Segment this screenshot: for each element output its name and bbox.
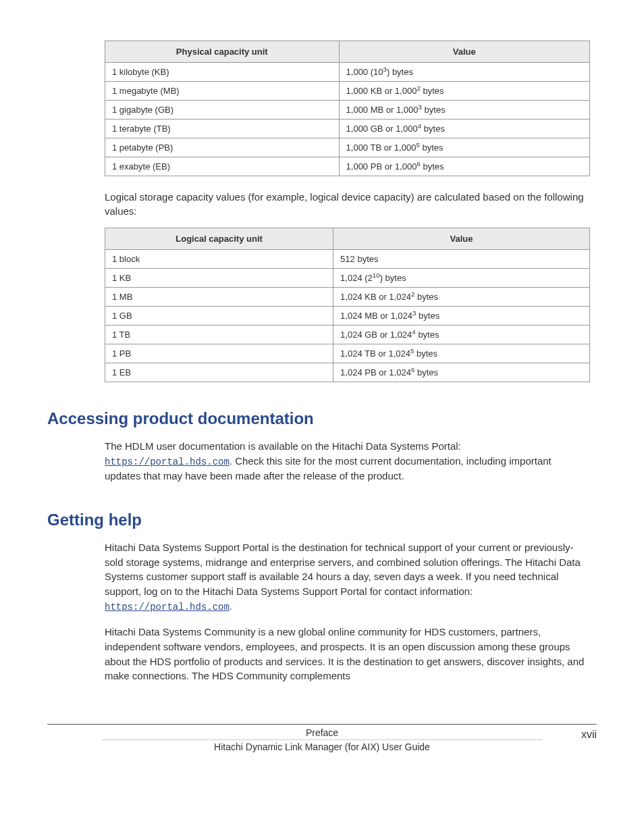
body-paragraph: Hitachi Data Systems Community is a new … <box>105 625 590 683</box>
section-heading-documentation: Accessing product documentation <box>47 409 597 428</box>
value-cell: 1,000 MB or 1,0003 bytes <box>339 101 589 120</box>
unit-cell: 1 PB <box>105 344 333 363</box>
value-cell: 1,000 KB or 1,0002 bytes <box>339 82 589 101</box>
unit-cell: 1 TB <box>105 325 333 344</box>
table-row: 1 gigabyte (GB)1,000 MB or 1,0003 bytes <box>105 101 590 120</box>
table-row: 1 PB1,024 TB or 1,0245 bytes <box>105 344 590 363</box>
value-cell: 512 bytes <box>333 250 590 269</box>
value-cell: 1,024 PB or 1,0246 bytes <box>333 363 590 382</box>
value-cell: 1,024 TB or 1,0245 bytes <box>333 344 590 363</box>
table-row: 1 MB1,024 KB or 1,0242 bytes <box>105 288 590 307</box>
physical-capacity-table: Physical capacity unit Value 1 kilobyte … <box>105 41 590 176</box>
unit-cell: 1 block <box>105 250 333 269</box>
value-cell: 1,024 KB or 1,0242 bytes <box>333 288 590 307</box>
value-cell: 1,000 GB or 1,0004 bytes <box>339 120 589 138</box>
table-row: 1 KB1,024 (210) bytes <box>105 269 590 288</box>
text-run: . <box>230 600 232 612</box>
value-cell: 1,000 (103) bytes <box>339 63 589 82</box>
unit-cell: 1 MB <box>105 288 333 307</box>
table-row: 1 exabyte (EB)1,000 PB or 1,0006 bytes <box>105 157 590 176</box>
value-cell: 1,024 MB or 1,0243 bytes <box>333 307 590 325</box>
text-run: The HDLM user documentation is available… <box>105 440 461 452</box>
body-paragraph: Hitachi Data Systems Support Portal is t… <box>105 540 590 614</box>
unit-cell: 1 exabyte (EB) <box>105 157 340 176</box>
table-row: 1 terabyte (TB)1,000 GB or 1,0004 bytes <box>105 120 590 138</box>
unit-cell: 1 KB <box>105 269 333 288</box>
footer-doc-title: Hitachi Dynamic Link Manager (for AIX) U… <box>47 740 597 752</box>
value-cell: 1,000 TB or 1,0005 bytes <box>339 138 589 157</box>
table-header: Logical capacity unit <box>105 228 333 250</box>
body-paragraph: The HDLM user documentation is available… <box>105 439 590 484</box>
unit-cell: 1 GB <box>105 307 333 325</box>
table-row: 1 EB1,024 PB or 1,0246 bytes <box>105 363 590 382</box>
section-heading-help: Getting help <box>47 511 597 529</box>
table-header: Value <box>339 41 589 63</box>
table-row: 1 block512 bytes <box>105 250 590 269</box>
footer-section-title: Preface <box>101 725 543 740</box>
table-header: Physical capacity unit <box>105 41 340 63</box>
intro-text: Logical storage capacity values (for exa… <box>105 190 590 218</box>
page-footer: Preface Hitachi Dynamic Link Manager (fo… <box>47 724 597 752</box>
unit-cell: 1 gigabyte (GB) <box>105 101 340 120</box>
table-row: 1 kilobyte (KB)1,000 (103) bytes <box>105 63 590 82</box>
page-number: xvii <box>581 729 597 741</box>
unit-cell: 1 terabyte (TB) <box>105 120 340 138</box>
unit-cell: 1 petabyte (PB) <box>105 138 340 157</box>
unit-cell: 1 EB <box>105 363 333 382</box>
logical-capacity-table: Logical capacity unit Value 1 block512 b… <box>105 228 590 382</box>
portal-link[interactable]: https://portal.hds.com <box>105 457 230 467</box>
table-row: 1 GB1,024 MB or 1,0243 bytes <box>105 307 590 325</box>
unit-cell: 1 megabyte (MB) <box>105 82 340 101</box>
value-cell: 1,024 GB or 1,0244 bytes <box>333 325 590 344</box>
value-cell: 1,024 (210) bytes <box>333 269 590 288</box>
table-header: Value <box>333 228 590 250</box>
value-cell: 1,000 PB or 1,0006 bytes <box>339 157 589 176</box>
unit-cell: 1 kilobyte (KB) <box>105 63 340 82</box>
table-row: 1 megabyte (MB)1,000 KB or 1,0002 bytes <box>105 82 590 101</box>
table-row: 1 TB1,024 GB or 1,0244 bytes <box>105 325 590 344</box>
portal-link[interactable]: https://portal.hds.com <box>105 602 230 613</box>
table-row: 1 petabyte (PB)1,000 TB or 1,0005 bytes <box>105 138 590 157</box>
text-run: Hitachi Data Systems Support Portal is t… <box>105 542 581 597</box>
